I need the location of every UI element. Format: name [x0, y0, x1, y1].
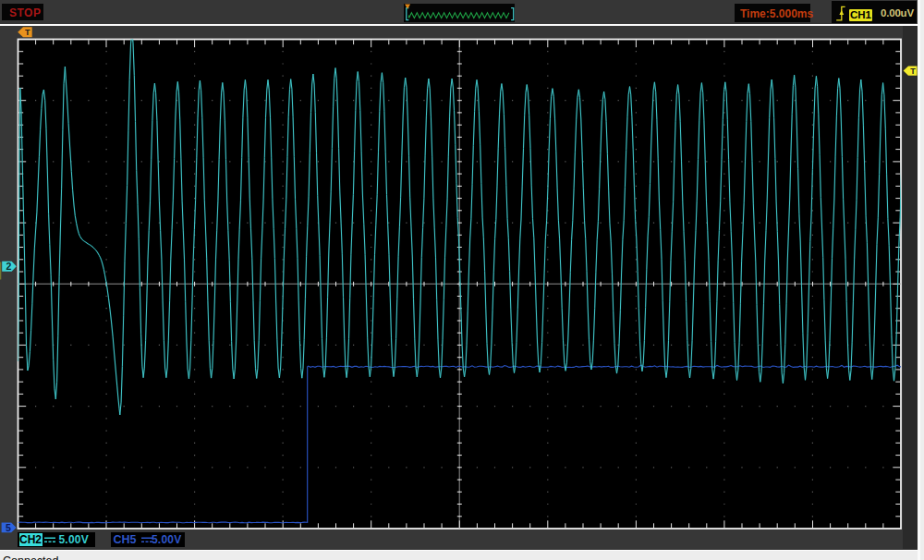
svg-text:2: 2: [6, 261, 11, 272]
svg-text:T: T: [910, 67, 916, 76]
svg-text:T: T: [25, 28, 30, 37]
svg-text:5: 5: [6, 522, 11, 533]
